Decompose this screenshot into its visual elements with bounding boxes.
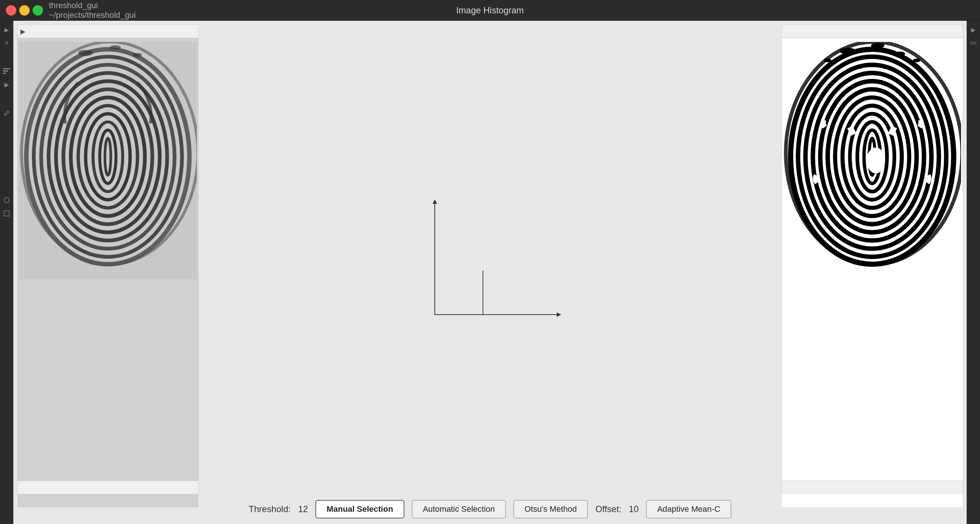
svg-point-20: [110, 45, 121, 50]
histogram-area: [423, 204, 557, 315]
right-sidebar-text-icon[interactable]: IDE: [968, 38, 978, 48]
svg-point-19: [78, 50, 93, 56]
automatic-selection-button[interactable]: Automatic Selection: [412, 500, 506, 518]
left-panel-content: [18, 38, 198, 507]
fingerprint-processed-svg: [783, 42, 961, 279]
histogram-x-axis: [434, 314, 557, 315]
sidebar-square-icon[interactable]: [2, 208, 12, 219]
title-bar: threshold_gui ~/projects/threshold_gui I…: [0, 0, 980, 21]
svg-rect-0: [3, 68, 10, 69]
svg-point-3: [4, 197, 9, 203]
main-window: ▶ ≡ ▶ ▶ IDE ▶: [0, 21, 980, 524]
x-axis-arrow: [557, 313, 561, 317]
manual-selection-button[interactable]: Manual Selection: [315, 500, 404, 518]
sidebar-pencil-icon[interactable]: [2, 108, 12, 118]
sidebar-circle-icon[interactable]: [2, 195, 12, 205]
svg-point-37: [871, 43, 885, 48]
left-panel: ▶: [17, 24, 199, 494]
y-axis-arrow: [433, 199, 437, 204]
left-panel-toolbar: ▶: [18, 25, 198, 38]
sidebar-arrow-icon[interactable]: ▶: [2, 24, 12, 35]
threshold-value: 12: [298, 504, 308, 514]
right-sidebar-arrow-icon[interactable]: ▶: [968, 24, 978, 35]
sidebar-list-icon[interactable]: ≡: [2, 38, 12, 48]
title-bar-path: threshold_gui ~/projects/threshold_gui: [49, 1, 187, 20]
svg-rect-2: [3, 73, 6, 74]
right-panel-statusbar: [782, 481, 963, 494]
maximize-button[interactable]: [33, 5, 43, 16]
fingerprint-original-svg: [19, 42, 197, 279]
offset-value: 10: [628, 504, 639, 514]
window-title: Image Histogram: [456, 5, 524, 16]
title-bar-left: threshold_gui ~/projects/threshold_gui: [0, 0, 193, 21]
svg-point-38: [895, 51, 905, 56]
svg-point-40: [824, 59, 831, 62]
right-panel: [781, 24, 963, 494]
threshold-label: Threshold:: [249, 504, 291, 514]
svg-rect-4: [4, 211, 9, 216]
right-panel-toolbar: [782, 25, 963, 38]
panels-row: ▶: [13, 21, 967, 494]
threshold-line: [483, 270, 483, 315]
minimize-button[interactable]: [19, 5, 30, 16]
content-area: ▶: [13, 21, 967, 524]
svg-point-41: [867, 148, 885, 173]
svg-point-39: [913, 59, 920, 62]
left-panel-nav-icon[interactable]: ▶: [21, 27, 25, 36]
middle-panel: [199, 24, 781, 494]
close-button[interactable]: [6, 5, 16, 16]
right-panel-content: [782, 38, 963, 507]
otsus-method-button[interactable]: Otsu's Method: [513, 500, 588, 518]
left-panel-statusbar: [18, 481, 198, 494]
right-sidebar: ▶ IDE: [967, 21, 980, 524]
svg-point-36: [840, 48, 856, 54]
svg-point-21: [133, 53, 142, 57]
histogram-y-axis: [434, 204, 435, 315]
left-sidebar: ▶ ≡ ▶: [0, 21, 13, 524]
adaptive-mean-c-button[interactable]: Adaptive Mean-C: [646, 500, 731, 518]
sidebar-bars-icon[interactable]: [2, 66, 12, 76]
sidebar-arrow2-icon[interactable]: ▶: [2, 79, 12, 90]
offset-label: Offset:: [595, 504, 621, 514]
svg-rect-1: [3, 70, 8, 71]
